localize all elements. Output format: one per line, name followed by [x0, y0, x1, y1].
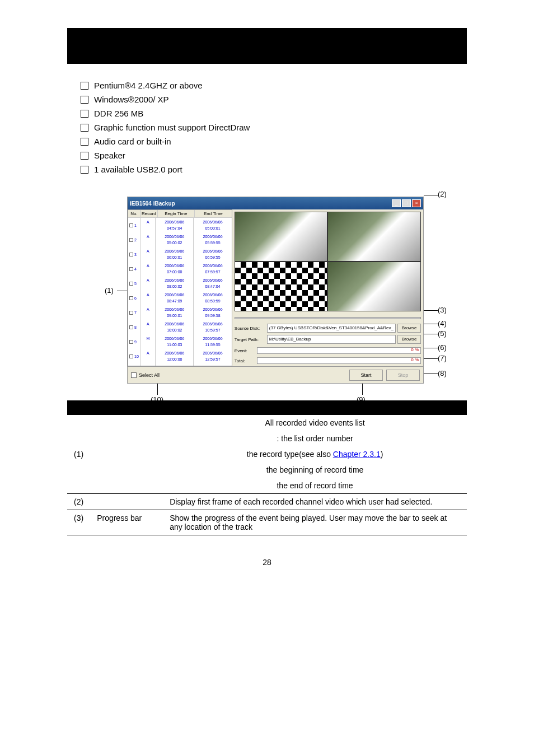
table-row[interactable]: 11A2006/06/06 13:00:022006/06/06 13:27:3…: [128, 363, 232, 366]
desc-name: [90, 494, 163, 510]
annot-10: (10): [151, 395, 163, 404]
desc-text: Display first frame of each recorded cha…: [163, 494, 467, 510]
titlebar: iEB1504 iBackup _ □ ×: [128, 197, 423, 209]
annot-4: (4): [438, 319, 447, 328]
table-row[interactable]: 10A2006/06/06 12:00:002006/06/06 12:59:5…: [128, 349, 232, 363]
req-item: Windows®2000/ XP: [94, 95, 169, 104]
desc-text: the beginning of record time: [163, 462, 467, 478]
events-table-header: No. Record Begin Time End Time: [128, 210, 232, 218]
table-row[interactable]: 5A2006/06/06 08:00:022006/06/06 08:47:04: [128, 276, 232, 291]
annot-line: [424, 324, 438, 324]
event-progress-label: Event:: [235, 348, 257, 353]
minimize-button[interactable]: _: [392, 199, 401, 207]
select-all-label: Select All: [139, 372, 160, 378]
desc-text: the end of record time: [163, 478, 467, 494]
window-title: iEB1504 iBackup: [130, 200, 175, 207]
col-header-no: No.: [128, 210, 140, 217]
req-item: DDR 256 MB: [94, 109, 143, 118]
app-window: iEB1504 iBackup _ □ × No. Record Begin T…: [127, 197, 424, 384]
req-item: Pentium®4 2.4GHZ or above: [94, 81, 203, 90]
preview-tile: [327, 262, 421, 311]
table-row[interactable]: 9M2006/06/06 11:00:032006/06/06 11:59:55: [128, 334, 232, 349]
target-path-input[interactable]: M:\Utility\EB_Backup: [267, 335, 396, 344]
annot-line: [424, 348, 438, 348]
req-item: 1 available USB2.0 port: [94, 165, 182, 174]
description-table: (1) All recorded video events list : the…: [67, 415, 467, 535]
desc-text: : the list order number: [163, 431, 467, 446]
desc-num: (2): [67, 494, 90, 510]
annot-8: (8): [438, 369, 447, 377]
annot-9: (9): [357, 395, 366, 404]
bottom-toolbar: Select All Start Stop: [128, 366, 423, 383]
desc-text: All recorded video events list: [163, 415, 467, 431]
annot-7: (7): [438, 354, 447, 362]
start-button[interactable]: Start: [349, 370, 383, 381]
browse-target-button[interactable]: Browse: [397, 335, 421, 344]
events-list-panel[interactable]: No. Record Begin Time End Time 1A2006/06…: [128, 209, 232, 366]
preview-tile: [235, 212, 328, 262]
table-row[interactable]: 7A2006/06/06 09:00:012006/06/06 09:59:58: [128, 305, 232, 320]
annot-line: [424, 374, 438, 374]
annot-2: (2): [438, 190, 447, 198]
col-header-end: End Time: [195, 210, 232, 217]
progress-slider[interactable]: [235, 317, 421, 319]
page-number: 28: [67, 558, 467, 567]
annot-line: [117, 291, 127, 291]
annot-line: [424, 310, 438, 311]
annot-line: [424, 358, 438, 359]
table-row[interactable]: 4A2006/06/06 07:00:002006/06/06 07:59:57: [128, 262, 232, 276]
checkbox-icon: [81, 124, 88, 132]
total-progress-label: Total:: [235, 358, 257, 363]
app-screenshot-figure: iEB1504 iBackup _ □ × No. Record Begin T…: [88, 197, 446, 384]
checkbox-icon: [81, 138, 88, 146]
preview-area: [235, 212, 421, 311]
req-item: Speaker: [94, 151, 125, 160]
checkbox-icon: [81, 152, 88, 160]
annot-line: [424, 334, 438, 334]
maximize-button[interactable]: □: [402, 199, 411, 207]
table-row[interactable]: 3A2006/06/06 06:00:012006/06/06 06:59:55: [128, 247, 232, 262]
desc-num: (1): [67, 415, 90, 494]
event-progress-bar: 0 %: [257, 347, 421, 354]
col-header-record: Record: [140, 210, 158, 217]
annot-line: [362, 384, 363, 395]
source-disk-input[interactable]: (37 GBytes) USBSTOR\Disk&Ven_ST3400158&P…: [267, 324, 396, 333]
target-path-label: Target Path:: [235, 337, 267, 342]
total-progress-bar: 0 %: [257, 357, 421, 364]
chapter-link[interactable]: Chapter 2.3.1: [333, 450, 381, 459]
req-item: Audio card or built-in: [94, 137, 171, 146]
checkbox-icon: [81, 82, 88, 90]
col-header-begin: Begin Time: [158, 210, 195, 217]
annot-6: (6): [438, 343, 447, 352]
annot-3: (3): [438, 306, 447, 314]
annot-line: [157, 384, 158, 395]
stop-button[interactable]: Stop: [386, 370, 420, 381]
requirements-list: Pentium®4 2.4GHZ or above Windows®2000/ …: [67, 81, 467, 174]
source-disk-label: Source Disk:: [235, 326, 267, 331]
req-item: Graphic function must support DirectDraw: [94, 123, 250, 132]
preview-tile: [235, 262, 328, 311]
annot-5: (5): [438, 329, 447, 338]
desc-num: (3): [67, 510, 90, 535]
annot-1: (1): [105, 286, 114, 295]
preview-tile: [327, 212, 421, 262]
close-button[interactable]: ×: [412, 199, 421, 207]
desc-text: the record type(see also Chapter 2.3.1): [163, 446, 467, 462]
checkbox-icon: [81, 96, 88, 104]
table-header-strip: [67, 400, 467, 415]
table-row[interactable]: 6A2006/06/06 08:47:092006/06/06 08:59:59: [128, 291, 232, 305]
annot-line: [424, 195, 438, 195]
table-row[interactable]: 1A2006/06/06 04:57:042006/06/06 05:00:01: [128, 218, 232, 232]
table-row[interactable]: 8A2006/06/06 10:00:022006/06/06 10:59:57: [128, 320, 232, 334]
select-all-checkbox[interactable]: [131, 372, 137, 378]
checkbox-icon: [81, 166, 88, 174]
checkbox-icon: [81, 110, 88, 118]
desc-name: Progress bar: [90, 510, 163, 535]
table-row[interactable]: 2A2006/06/06 05:00:022006/06/06 05:59:55: [128, 232, 232, 247]
desc-text: Show the progress of the event being pla…: [163, 510, 467, 535]
preview-panel: Source Disk: (37 GBytes) USBSTOR\Disk&Ve…: [232, 209, 423, 366]
header-section-bar: [67, 28, 467, 64]
browse-source-button[interactable]: Browse: [397, 324, 421, 333]
